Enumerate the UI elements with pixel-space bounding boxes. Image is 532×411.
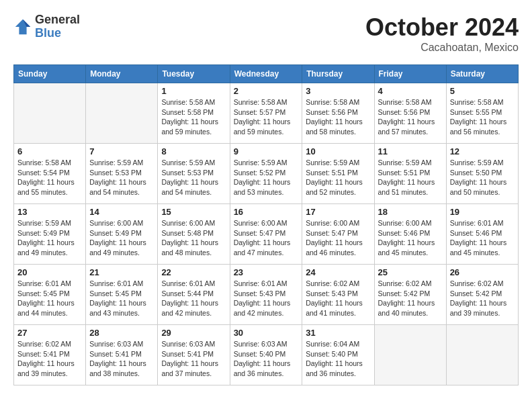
day-info: Sunrise: 5:58 AM Sunset: 5:54 PM Dayligh… <box>17 158 82 197</box>
calendar-cell: 25Sunrise: 6:02 AM Sunset: 5:42 PM Dayli… <box>374 265 446 325</box>
day-info: Sunrise: 5:59 AM Sunset: 5:51 PM Dayligh… <box>306 158 370 197</box>
weekday-header-row: SundayMondayTuesdayWednesdayThursdayFrid… <box>14 65 519 83</box>
day-number: 18 <box>378 207 443 217</box>
calendar-cell: 29Sunrise: 6:03 AM Sunset: 5:41 PM Dayli… <box>158 325 230 385</box>
day-number: 28 <box>89 328 154 338</box>
day-number: 20 <box>17 267 82 277</box>
weekday-header-wednesday: Wednesday <box>230 65 302 83</box>
week-row-2: 6Sunrise: 5:58 AM Sunset: 5:54 PM Daylig… <box>14 144 519 204</box>
day-info: Sunrise: 5:59 AM Sunset: 5:53 PM Dayligh… <box>89 158 154 197</box>
calendar-cell: 3Sunrise: 5:58 AM Sunset: 5:56 PM Daylig… <box>302 83 374 144</box>
day-info: Sunrise: 6:01 AM Sunset: 5:45 PM Dayligh… <box>89 279 154 318</box>
day-number: 4 <box>378 86 443 96</box>
day-number: 26 <box>450 267 515 277</box>
calendar-cell: 4Sunrise: 5:58 AM Sunset: 5:56 PM Daylig… <box>374 83 446 144</box>
day-info: Sunrise: 6:03 AM Sunset: 5:41 PM Dayligh… <box>89 339 154 379</box>
day-number: 22 <box>161 267 226 277</box>
weekday-header-friday: Friday <box>374 65 446 83</box>
day-info: Sunrise: 5:59 AM Sunset: 5:51 PM Dayligh… <box>378 158 443 197</box>
title-block: October 2024 Cacahoatan, Mexico <box>365 13 519 54</box>
week-row-4: 20Sunrise: 6:01 AM Sunset: 5:45 PM Dayli… <box>14 265 519 325</box>
day-number: 19 <box>450 207 515 217</box>
week-row-5: 27Sunrise: 6:02 AM Sunset: 5:41 PM Dayli… <box>14 325 519 385</box>
day-number: 24 <box>306 267 370 277</box>
calendar-cell: 8Sunrise: 5:59 AM Sunset: 5:53 PM Daylig… <box>158 144 230 204</box>
logo-icon <box>13 17 32 36</box>
day-info: Sunrise: 5:59 AM Sunset: 5:49 PM Dayligh… <box>17 218 82 258</box>
day-info: Sunrise: 6:01 AM Sunset: 5:45 PM Dayligh… <box>17 279 82 318</box>
calendar-cell: 5Sunrise: 5:58 AM Sunset: 5:55 PM Daylig… <box>446 83 518 144</box>
calendar-cell: 10Sunrise: 5:59 AM Sunset: 5:51 PM Dayli… <box>302 144 374 204</box>
calendar-cell <box>86 83 158 144</box>
week-row-1: 1Sunrise: 5:58 AM Sunset: 5:58 PM Daylig… <box>14 83 519 144</box>
day-info: Sunrise: 6:00 AM Sunset: 5:49 PM Dayligh… <box>89 218 154 258</box>
day-number: 30 <box>234 328 299 338</box>
day-info: Sunrise: 6:02 AM Sunset: 5:43 PM Dayligh… <box>306 279 370 318</box>
calendar-cell: 21Sunrise: 6:01 AM Sunset: 5:45 PM Dayli… <box>86 265 158 325</box>
day-info: Sunrise: 5:58 AM Sunset: 5:58 PM Dayligh… <box>161 97 226 137</box>
calendar-cell: 28Sunrise: 6:03 AM Sunset: 5:41 PM Dayli… <box>86 325 158 385</box>
day-info: Sunrise: 6:00 AM Sunset: 5:47 PM Dayligh… <box>234 218 299 258</box>
day-info: Sunrise: 6:03 AM Sunset: 5:41 PM Dayligh… <box>161 339 226 379</box>
logo: General Blue <box>13 13 80 40</box>
calendar-cell: 2Sunrise: 5:58 AM Sunset: 5:57 PM Daylig… <box>230 83 302 144</box>
weekday-header-sunday: Sunday <box>14 65 86 83</box>
day-number: 10 <box>306 146 370 156</box>
day-info: Sunrise: 6:00 AM Sunset: 5:47 PM Dayligh… <box>306 218 370 258</box>
calendar-cell <box>446 325 518 385</box>
calendar-cell: 11Sunrise: 5:59 AM Sunset: 5:51 PM Dayli… <box>374 144 446 204</box>
logo-general: General <box>35 13 80 27</box>
day-info: Sunrise: 6:01 AM Sunset: 5:46 PM Dayligh… <box>450 218 515 258</box>
day-number: 23 <box>234 267 299 277</box>
calendar-cell: 12Sunrise: 5:59 AM Sunset: 5:50 PM Dayli… <box>446 144 518 204</box>
day-info: Sunrise: 5:58 AM Sunset: 5:55 PM Dayligh… <box>450 97 515 137</box>
day-info: Sunrise: 5:58 AM Sunset: 5:56 PM Dayligh… <box>306 97 370 137</box>
calendar-cell: 15Sunrise: 6:00 AM Sunset: 5:48 PM Dayli… <box>158 204 230 265</box>
location: Cacahoatan, Mexico <box>365 42 519 54</box>
weekday-header-thursday: Thursday <box>302 65 374 83</box>
calendar-cell: 9Sunrise: 5:59 AM Sunset: 5:52 PM Daylig… <box>230 144 302 204</box>
day-info: Sunrise: 6:02 AM Sunset: 5:42 PM Dayligh… <box>450 279 515 318</box>
day-info: Sunrise: 6:02 AM Sunset: 5:42 PM Dayligh… <box>378 279 443 318</box>
day-number: 8 <box>161 146 226 156</box>
day-number: 14 <box>89 207 154 217</box>
day-info: Sunrise: 5:58 AM Sunset: 5:57 PM Dayligh… <box>234 97 299 137</box>
day-info: Sunrise: 6:02 AM Sunset: 5:41 PM Dayligh… <box>17 339 82 379</box>
calendar-table: SundayMondayTuesdayWednesdayThursdayFrid… <box>13 64 519 385</box>
month-title: October 2024 <box>365 13 519 42</box>
day-info: Sunrise: 6:00 AM Sunset: 5:46 PM Dayligh… <box>378 218 443 258</box>
day-info: Sunrise: 6:01 AM Sunset: 5:44 PM Dayligh… <box>161 279 226 318</box>
day-info: Sunrise: 5:59 AM Sunset: 5:53 PM Dayligh… <box>161 158 226 197</box>
day-number: 15 <box>161 207 226 217</box>
calendar-cell: 14Sunrise: 6:00 AM Sunset: 5:49 PM Dayli… <box>86 204 158 265</box>
day-number: 3 <box>306 86 370 96</box>
day-info: Sunrise: 6:01 AM Sunset: 5:43 PM Dayligh… <box>234 279 299 318</box>
day-number: 16 <box>234 207 299 217</box>
day-number: 11 <box>378 146 443 156</box>
calendar-cell: 13Sunrise: 5:59 AM Sunset: 5:49 PM Dayli… <box>14 204 86 265</box>
calendar-cell: 26Sunrise: 6:02 AM Sunset: 5:42 PM Dayli… <box>446 265 518 325</box>
calendar-cell: 1Sunrise: 5:58 AM Sunset: 5:58 PM Daylig… <box>158 83 230 144</box>
day-number: 21 <box>89 267 154 277</box>
weekday-header-saturday: Saturday <box>446 65 518 83</box>
day-info: Sunrise: 6:00 AM Sunset: 5:48 PM Dayligh… <box>161 218 226 258</box>
logo-text: General Blue <box>35 13 80 40</box>
calendar-cell: 19Sunrise: 6:01 AM Sunset: 5:46 PM Dayli… <box>446 204 518 265</box>
day-info: Sunrise: 5:58 AM Sunset: 5:56 PM Dayligh… <box>378 97 443 137</box>
day-number: 27 <box>17 328 82 338</box>
day-number: 6 <box>17 146 82 156</box>
day-number: 17 <box>306 207 370 217</box>
calendar-cell: 6Sunrise: 5:58 AM Sunset: 5:54 PM Daylig… <box>14 144 86 204</box>
calendar-cell: 22Sunrise: 6:01 AM Sunset: 5:44 PM Dayli… <box>158 265 230 325</box>
day-number: 1 <box>161 86 226 96</box>
logo-blue: Blue <box>35 27 80 40</box>
day-number: 5 <box>450 86 515 96</box>
day-number: 9 <box>234 146 299 156</box>
weekday-header-tuesday: Tuesday <box>158 65 230 83</box>
day-number: 13 <box>17 207 82 217</box>
day-info: Sunrise: 6:04 AM Sunset: 5:40 PM Dayligh… <box>306 339 370 379</box>
day-number: 12 <box>450 146 515 156</box>
calendar-cell: 18Sunrise: 6:00 AM Sunset: 5:46 PM Dayli… <box>374 204 446 265</box>
weekday-header-monday: Monday <box>86 65 158 83</box>
calendar-cell: 20Sunrise: 6:01 AM Sunset: 5:45 PM Dayli… <box>14 265 86 325</box>
